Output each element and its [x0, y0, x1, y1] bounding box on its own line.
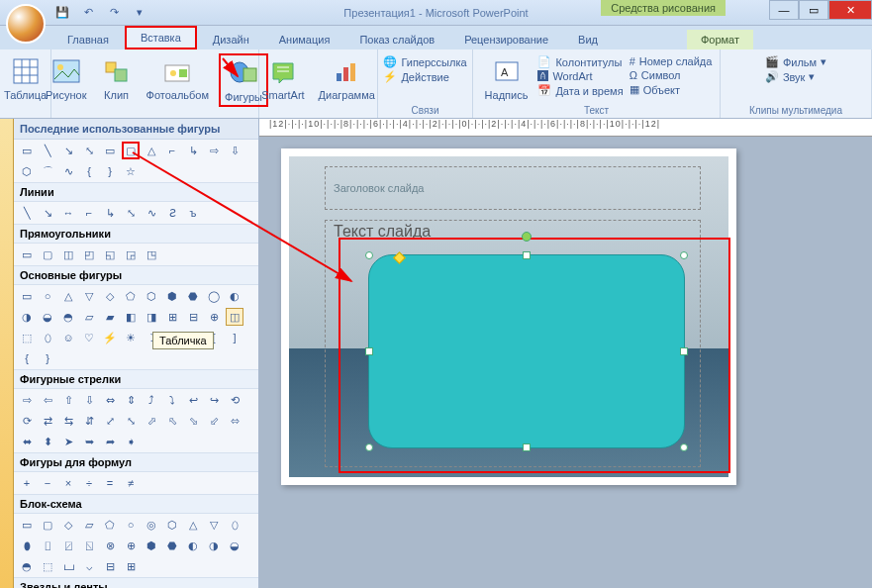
shape-arc[interactable]: ⌒: [39, 162, 56, 180]
shape-b6[interactable]: ⬠: [122, 287, 140, 305]
close-button[interactable]: ✕: [828, 0, 872, 20]
resize-handle-se[interactable]: [680, 443, 688, 451]
resize-handle-ne[interactable]: [680, 251, 688, 259]
shape-a5[interactable]: ⇔: [101, 391, 119, 409]
selected-rounded-rect-shape[interactable]: [368, 254, 685, 448]
shape-b13[interactable]: ◒: [39, 308, 56, 326]
tab-view[interactable]: Вид: [564, 30, 612, 49]
sound-button[interactable]: 🔊Звук ▾: [765, 70, 826, 83]
tab-insert[interactable]: Вставка: [125, 26, 197, 49]
shape-fc10[interactable]: ▽: [205, 516, 223, 534]
shape-fc20[interactable]: ◐: [184, 537, 202, 554]
shape-fc2[interactable]: ▢: [39, 516, 56, 534]
shape-fc18[interactable]: ⬢: [143, 537, 160, 554]
resize-handle-s[interactable]: [523, 443, 531, 451]
chart-button[interactable]: Диаграмма: [315, 53, 379, 103]
shape-line9[interactable]: ъ: [184, 204, 202, 222]
shape-line1[interactable]: ╲: [18, 204, 36, 222]
shape-brace-l[interactable]: {: [80, 162, 98, 180]
shape-fc3[interactable]: ◇: [59, 516, 77, 534]
shape-b9[interactable]: ⬣: [184, 287, 202, 305]
shape-a18[interactable]: ⬀: [143, 412, 160, 430]
wordart-button[interactable]: 🅰WordArt: [537, 70, 623, 82]
slide[interactable]: Заголовок слайда Текст слайда: [281, 148, 736, 485]
shape-fc28[interactable]: ⊞: [122, 557, 140, 575]
shape-line[interactable]: ╲: [39, 142, 56, 159]
shape-triangle[interactable]: △: [143, 142, 160, 159]
shape-a20[interactable]: ⬂: [184, 412, 202, 430]
shape-b21[interactable]: ⊕: [205, 308, 223, 326]
shape-rounded-rect[interactable]: ▢: [122, 142, 140, 159]
shape-b23[interactable]: ⬚: [18, 329, 36, 346]
shape-line8[interactable]: Ƨ: [163, 204, 181, 222]
shape-fc5[interactable]: ⬠: [101, 516, 119, 534]
hyperlink-button[interactable]: 🌐Гиперссылка: [383, 55, 466, 68]
shape-r4[interactable]: ◰: [80, 245, 98, 263]
tab-slideshow[interactable]: Показ слайдов: [345, 30, 448, 49]
shape-fc27[interactable]: ⊟: [101, 557, 119, 575]
shape-r3[interactable]: ◫: [59, 245, 77, 263]
shape-textbox[interactable]: ▭: [18, 142, 36, 159]
rotation-handle[interactable]: [522, 232, 532, 242]
shape-a11[interactable]: ⟲: [226, 391, 243, 409]
headerfooter-button[interactable]: 📄Колонтитулы: [537, 55, 623, 68]
clip-button[interactable]: Клип: [97, 53, 137, 107]
shape-a24[interactable]: ⬍: [39, 433, 56, 450]
shape-fc4[interactable]: ▱: [80, 516, 98, 534]
shape-l[interactable]: ⌐: [163, 142, 181, 159]
tab-review[interactable]: Рецензирование: [450, 30, 562, 49]
shape-line4[interactable]: ⌐: [80, 204, 98, 222]
shape-connector[interactable]: ⤡: [80, 142, 98, 159]
shape-b14[interactable]: ◓: [59, 308, 77, 326]
shape-fc23[interactable]: ◓: [18, 557, 36, 575]
shape-f3[interactable]: ×: [59, 474, 77, 492]
shape-a26[interactable]: ➥: [80, 433, 98, 450]
shape-line2[interactable]: ↘: [39, 204, 56, 222]
shape-curve[interactable]: ∿: [59, 162, 77, 180]
shape-hex[interactable]: ⬡: [18, 162, 36, 180]
shape-fc6[interactable]: ○: [122, 516, 140, 534]
shape-a23[interactable]: ⬌: [18, 433, 36, 450]
picture-button[interactable]: Рисунок: [42, 53, 91, 107]
shape-a15[interactable]: ⇵: [80, 412, 98, 430]
shape-arrow-d[interactable]: ⇩: [226, 142, 243, 159]
shape-a14[interactable]: ⇆: [59, 412, 77, 430]
shape-a12[interactable]: ⟳: [18, 412, 36, 430]
shape-fc12[interactable]: ⬮: [18, 537, 36, 554]
resize-handle-sw[interactable]: [365, 443, 373, 451]
shape-a13[interactable]: ⇄: [39, 412, 56, 430]
shape-arrow-r[interactable]: ⇨: [205, 142, 223, 159]
shape-b12[interactable]: ◑: [18, 308, 36, 326]
shape-b34[interactable]: {: [18, 349, 36, 367]
shape-a6[interactable]: ⇕: [122, 391, 140, 409]
shape-fc1[interactable]: ▭: [18, 516, 36, 534]
adjustment-handle[interactable]: [393, 251, 406, 264]
shape-brace-r[interactable]: }: [101, 162, 119, 180]
shape-b20[interactable]: ⊟: [184, 308, 202, 326]
shape-z[interactable]: ↳: [184, 142, 202, 159]
shape-b2[interactable]: ○: [39, 287, 56, 305]
shape-b10[interactable]: ◯: [205, 287, 223, 305]
shape-r5[interactable]: ◱: [101, 245, 119, 263]
action-button[interactable]: ⚡Действие: [383, 70, 466, 83]
shape-a28[interactable]: ➧: [122, 433, 140, 450]
shape-a16[interactable]: ⤢: [101, 412, 119, 430]
slide-thumbnail-strip[interactable]: [0, 119, 14, 588]
shape-b1[interactable]: ▭: [18, 287, 36, 305]
shape-a9[interactable]: ↩: [184, 391, 202, 409]
tab-format[interactable]: Формат: [687, 30, 753, 49]
textbox-button[interactable]: A Надпись: [481, 53, 533, 103]
shape-f4[interactable]: ÷: [80, 474, 98, 492]
shape-fc25[interactable]: ⌴: [59, 557, 77, 575]
shape-a3[interactable]: ⇧: [59, 391, 77, 409]
shape-b5[interactable]: ◇: [101, 287, 119, 305]
shape-b15[interactable]: ▱: [80, 308, 98, 326]
shape-b17[interactable]: ◧: [122, 308, 140, 326]
shape-f2[interactable]: −: [39, 474, 56, 492]
shape-fc7[interactable]: ◎: [143, 516, 160, 534]
symbol-button[interactable]: ΩСимвол: [630, 69, 713, 81]
shape-b26[interactable]: ♡: [80, 329, 98, 346]
shape-fc24[interactable]: ⬚: [39, 557, 56, 575]
resize-handle-n[interactable]: [523, 251, 531, 259]
undo-icon[interactable]: ↶: [79, 4, 97, 22]
